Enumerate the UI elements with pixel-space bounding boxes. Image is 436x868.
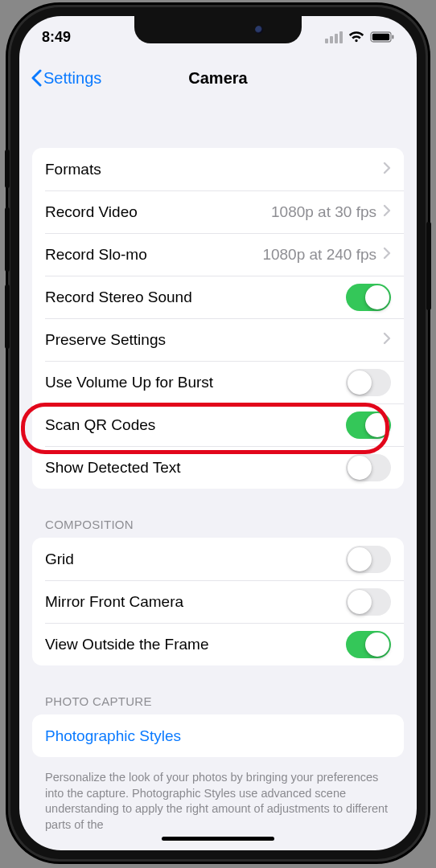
row-record-slomo[interactable]: Record Slo-mo 1080p at 240 fps (32, 233, 404, 276)
row-record-stereo: Record Stereo Sound (32, 276, 404, 318)
row-label: View Outside the Frame (45, 636, 346, 653)
toggle-grid[interactable] (346, 546, 391, 573)
volume-up-hw (5, 207, 10, 272)
volume-down-hw (5, 285, 10, 349)
home-indicator[interactable] (162, 837, 274, 841)
chevron-right-icon (383, 203, 391, 221)
toggle-scan-qr[interactable] (346, 411, 391, 439)
row-grid: Grid (32, 538, 404, 580)
chevron-right-icon (383, 246, 391, 264)
notch (134, 16, 302, 43)
battery-icon (370, 31, 394, 43)
screen: 8:49 Settings Camera Formats (19, 16, 417, 850)
row-value: 1080p at 30 fps (271, 203, 376, 221)
row-label: Record Stereo Sound (45, 289, 346, 306)
row-label: Show Detected Text (45, 459, 346, 477)
row-label: Use Volume Up for Burst (45, 374, 346, 391)
chevron-right-icon (383, 161, 391, 178)
back-button[interactable]: Settings (31, 55, 101, 101)
row-label: Scan QR Codes (45, 416, 346, 434)
status-right (325, 31, 394, 43)
row-label: Formats (45, 161, 383, 178)
row-value: 1080p at 240 fps (262, 246, 376, 264)
back-label: Settings (43, 69, 101, 88)
section-header-composition: COMPOSITION (32, 495, 404, 538)
settings-group-main: Formats Record Video 1080p at 30 fps Rec… (32, 148, 404, 489)
wifi-icon (348, 31, 364, 43)
toggle-mirror-front[interactable] (346, 588, 391, 616)
row-label: Mirror Front Camera (45, 593, 346, 611)
chevron-right-icon (383, 331, 391, 349)
power-button-hw (426, 222, 431, 310)
row-label: Photographic Styles (45, 727, 391, 745)
row-photographic-styles[interactable]: Photographic Styles (32, 714, 404, 757)
toggle-view-outside-frame[interactable] (346, 631, 391, 658)
toggle-record-stereo[interactable] (346, 284, 391, 311)
chevron-left-icon (31, 69, 42, 87)
row-scan-qr: Scan QR Codes (32, 403, 404, 446)
page-title: Camera (188, 69, 247, 88)
row-label: Grid (45, 551, 346, 568)
row-formats[interactable]: Formats (32, 148, 404, 190)
toggle-show-detected-text[interactable] (346, 454, 391, 481)
phone-frame: 8:49 Settings Camera Formats (8, 5, 428, 862)
row-label: Record Slo-mo (45, 246, 262, 264)
section-header-photo-capture: PHOTO CAPTURE (32, 672, 404, 714)
footer-description: Personalize the look of your photos by b… (32, 764, 404, 833)
content-scroll[interactable]: Formats Record Video 1080p at 30 fps Rec… (19, 101, 417, 850)
svg-rect-1 (372, 34, 389, 40)
row-show-detected-text: Show Detected Text (32, 446, 404, 489)
row-record-video[interactable]: Record Video 1080p at 30 fps (32, 190, 404, 233)
settings-group-composition: Grid Mirror Front Camera View Outside th… (32, 538, 404, 665)
settings-group-photo-capture: Photographic Styles (32, 714, 404, 757)
row-mirror-front: Mirror Front Camera (32, 580, 404, 623)
svg-rect-2 (393, 35, 394, 39)
nav-bar: Settings Camera (19, 55, 417, 101)
row-label: Record Video (45, 203, 271, 221)
row-view-outside-frame: View Outside the Frame (32, 623, 404, 665)
row-label: Preserve Settings (45, 331, 383, 349)
row-volume-up-burst: Use Volume Up for Burst (32, 361, 404, 403)
row-preserve-settings[interactable]: Preserve Settings (32, 318, 404, 361)
cellular-icon (325, 31, 343, 43)
toggle-volume-up-burst[interactable] (346, 369, 391, 396)
ring-switch (5, 149, 10, 188)
status-time: 8:49 (42, 29, 71, 46)
